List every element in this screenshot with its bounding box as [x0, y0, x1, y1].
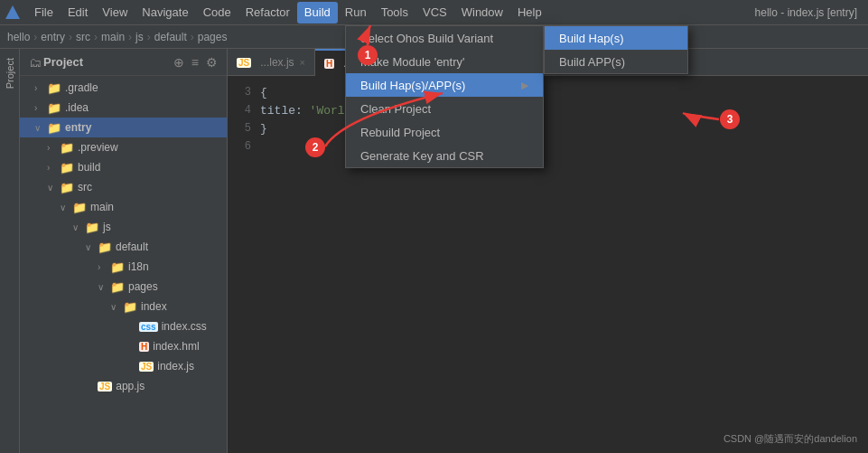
sidebar-tab: Project [0, 49, 20, 453]
menu-build[interactable]: Build [297, 2, 338, 24]
breadcrumb-sep-5: › [147, 31, 151, 43]
tree-item-default[interactable]: ∨ 📁 default [20, 237, 227, 257]
spacer: › [126, 322, 139, 332]
code-line-3: 3 { [228, 83, 868, 101]
breadcrumb-main[interactable]: main [101, 31, 125, 43]
chevron-icon: ∨ [110, 302, 123, 312]
chevron-icon: ∨ [98, 282, 110, 292]
folder-icon-i18n: 📁 [110, 260, 125, 274]
tree-item-idea[interactable]: › 📁 .idea [20, 98, 227, 118]
folder-icon-entry: 📁 [47, 121, 61, 135]
menu-edit[interactable]: Edit [61, 2, 95, 24]
folder-icon-main: 📁 [72, 201, 87, 214]
tree-item-preview[interactable]: › 📁 .preview [20, 137, 227, 157]
sidebar-tab-project-label[interactable]: Project [2, 52, 18, 94]
menu-tools[interactable]: Tools [374, 2, 415, 24]
submenu-build-hap[interactable]: Build Hap(s) [545, 26, 687, 50]
line-number: 4 [228, 104, 260, 117]
breadcrumb-sep-3: › [94, 31, 98, 43]
menu-item-label: Rebuild Project [360, 126, 440, 139]
annotation-number: 3 [727, 113, 733, 126]
line-content: } [260, 122, 267, 136]
build-dropdown-menu: Select Ohos Build Variant Make Module 'e… [345, 25, 544, 168]
menu-rebuild-project[interactable]: Rebuild Project [346, 120, 543, 144]
chevron-icon: › [34, 103, 47, 113]
menu-clean-project[interactable]: Clean Project [346, 97, 543, 120]
breadcrumb-pages[interactable]: pages [198, 31, 228, 43]
line-content: title: 'World' [260, 104, 359, 118]
breadcrumb-js[interactable]: js [135, 31, 144, 43]
annotation-3: 3 [720, 109, 740, 129]
tree-item-gradle[interactable]: › 📁 .gradle [20, 78, 227, 98]
tree-item-index-js[interactable]: › JS index.js [20, 356, 227, 376]
menu-navigate[interactable]: Navigate [135, 2, 195, 24]
menu-code[interactable]: Code [196, 2, 238, 24]
file-tree-content: › 📁 .gradle › 📁 .idea ∨ 📁 entry › 📁 .pre… [20, 76, 227, 453]
js-tab-icon: JS [237, 58, 251, 68]
menu-select-ohos-variant[interactable]: Select Ohos Build Variant [346, 26, 543, 50]
menu-window[interactable]: Window [454, 2, 510, 24]
hml-file-icon: H [139, 342, 149, 352]
tree-item-main[interactable]: ∨ 📁 main [20, 197, 227, 217]
breadcrumb-hello[interactable]: hello [7, 31, 30, 43]
tab-close-icon[interactable]: × [300, 57, 305, 68]
folder-icon-src: 📁 [60, 181, 74, 194]
folder-icon-build: 📁 [60, 161, 74, 175]
tree-item-entry[interactable]: ∨ 📁 entry [20, 118, 227, 137]
tree-item-src[interactable]: ∨ 📁 src [20, 177, 227, 197]
tree-item-build[interactable]: › 📁 build [20, 157, 227, 177]
menu-refactor[interactable]: Refactor [238, 2, 297, 24]
file-tree-header: 🗂 Project ⊕ ≡ ⚙ [20, 49, 227, 76]
menu-help[interactable]: Help [510, 2, 549, 24]
breadcrumb-entry[interactable]: entry [41, 31, 65, 43]
submenu-arrow-icon: ▶ [521, 80, 528, 91]
submenu-build-app[interactable]: Build APP(s) [545, 50, 687, 73]
tree-item-label: index.css [162, 320, 207, 333]
tree-item-app-js[interactable]: › JS app.js [20, 376, 227, 396]
tree-item-label: index.js [157, 360, 194, 373]
svg-marker-0 [5, 5, 20, 19]
tree-item-label: default [116, 241, 148, 253]
chevron-icon: › [98, 262, 110, 272]
tree-item-js-folder[interactable]: ∨ 📁 js [20, 217, 227, 237]
folder-icon-pages: 📁 [110, 280, 125, 294]
menu-generate-key[interactable]: Generate Key and CSR [346, 144, 543, 167]
folder-icon-idea: 📁 [47, 101, 61, 115]
folder-icon-gradle: 📁 [47, 81, 61, 95]
menu-run[interactable]: Run [338, 2, 374, 24]
breadcrumb-src[interactable]: src [76, 31, 90, 43]
settings-icon[interactable]: ⚙ [204, 54, 219, 71]
tree-item-label: .gradle [65, 81, 98, 94]
line-number: 3 [228, 86, 260, 99]
line-content: { [260, 86, 267, 99]
menu-file[interactable]: File [27, 2, 61, 24]
menu-build-hap-app[interactable]: Build Hap(s)/APP(s) ▶ [346, 73, 543, 97]
tree-item-index-folder[interactable]: ∨ 📁 index [20, 297, 227, 316]
tree-item-pages[interactable]: ∨ 📁 pages [20, 277, 227, 297]
folder-icon: 🗂 [27, 54, 43, 71]
line-number: 5 [228, 122, 260, 135]
menu-vcs[interactable]: VCS [415, 2, 454, 24]
spacer: › [126, 342, 139, 352]
tree-item-label: entry [65, 121, 91, 134]
build-submenu: Build Hap(s) Build APP(s) [544, 25, 688, 74]
tab-lexjs[interactable]: JS ...lex.js × [228, 49, 315, 76]
add-icon[interactable]: ⊕ [172, 54, 186, 71]
code-line-5: 5 } [228, 119, 868, 137]
spacer: › [126, 362, 139, 372]
editor-content: 3 { 4 title: 'World' 5 } 6 [228, 76, 868, 453]
tree-item-index-css[interactable]: › css index.css [20, 316, 227, 336]
menu-item-label: Select Ohos Build Variant [360, 32, 493, 45]
tree-item-i18n[interactable]: › 📁 i18n [20, 257, 227, 277]
folder-icon-preview: 📁 [60, 141, 74, 155]
breadcrumb-default[interactable]: default [154, 31, 187, 43]
annotation-1: 1 [358, 45, 378, 65]
tree-item-index-hml[interactable]: › H index.hml [20, 336, 227, 356]
editor-area: JS ...lex.js × H .index.hml × css index.… [228, 49, 868, 453]
chevron-icon: ∨ [72, 222, 85, 232]
app-title: hello - index.js [entry] [755, 6, 864, 19]
collapse-icon[interactable]: ≡ [190, 54, 201, 71]
chevron-icon: ∨ [47, 183, 60, 193]
menu-view[interactable]: View [95, 2, 135, 24]
breadcrumb-sep-4: › [128, 31, 132, 43]
